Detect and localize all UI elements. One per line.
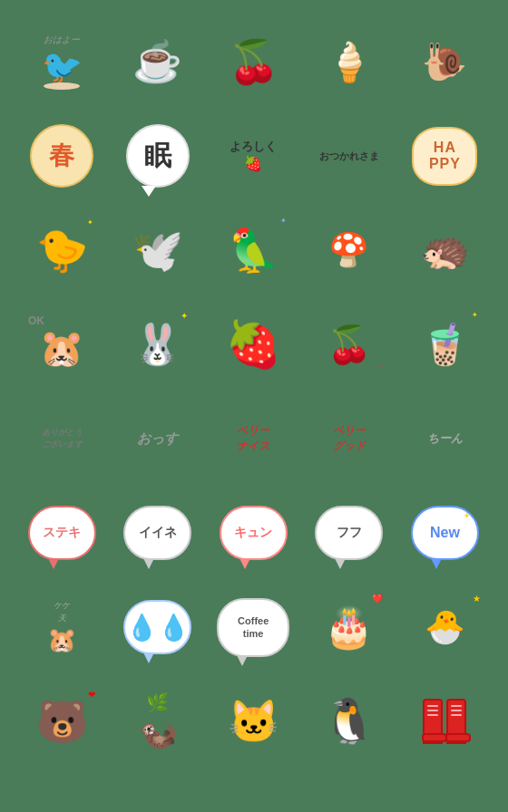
- drops-bubble: 💧💧: [123, 600, 191, 654]
- ok-label: OK: [28, 314, 44, 327]
- cherry-deco: ~: [377, 362, 383, 372]
- sticker-mole[interactable]: 🌿 🦦: [112, 676, 203, 767]
- boot-left-sole: [422, 733, 447, 742]
- sticker-spring[interactable]: 春: [16, 111, 107, 201]
- penguin-icon: 🐧: [322, 696, 376, 747]
- chiin-text: ちーん: [427, 430, 463, 447]
- sticker-bird-blue[interactable]: 🦜 ✦: [208, 205, 298, 295]
- sticker-boba[interactable]: 🧋 ✦: [399, 299, 490, 390]
- strawberry-deco: 🍓: [244, 155, 262, 172]
- sticker-strawberry-big[interactable]: 🍓: [208, 299, 298, 390]
- sticker-cake[interactable]: 🎂 ❤️: [304, 582, 395, 672]
- sticker-sleep[interactable]: 眠: [112, 111, 203, 201]
- sparkle-boba-icon: ✦: [472, 311, 478, 319]
- snail-icon: 🐌: [422, 41, 467, 83]
- ossu-text: おっす: [137, 430, 178, 448]
- yellow-bird-icon: 🐤: [36, 226, 88, 275]
- coffee-time-text: Coffeetime: [238, 614, 269, 641]
- ground-line: [44, 82, 80, 90]
- very-nice-text: ベリーナイス: [237, 423, 269, 454]
- sticker-very-good[interactable]: ベリーグッド: [304, 393, 395, 484]
- hedgehog-icon: 🦔: [420, 227, 470, 274]
- sparkle-icon: ✦: [87, 218, 93, 227]
- sticker-bear[interactable]: 🐻 ❤: [16, 676, 107, 767]
- dot2: [427, 710, 438, 711]
- sticker-cherries[interactable]: 🍒: [208, 16, 298, 107]
- sticker-chiin[interactable]: ちーん: [399, 393, 490, 484]
- sticker-chick-drink[interactable]: 🐣 ★: [399, 582, 490, 672]
- kyun-bubble: キュン: [220, 506, 288, 560]
- sticker-arigatou[interactable]: ありがとうございます: [16, 393, 107, 484]
- sticker-ok-hamster[interactable]: OK 🐹: [16, 299, 107, 390]
- sticker-ossu[interactable]: おっす: [112, 393, 203, 484]
- frappe-icon: 🍦: [326, 40, 373, 84]
- sticker-cat-walking[interactable]: 🐱: [208, 676, 298, 767]
- new-bubble: New ✦: [411, 506, 479, 560]
- boot-left-icon: [423, 699, 443, 744]
- sticker-suteki[interactable]: ステキ: [16, 488, 107, 578]
- dot4: [451, 705, 462, 707]
- strawberry-icon: 🍓: [225, 318, 281, 371]
- sticker-otsukare[interactable]: おつかれさま: [304, 111, 395, 201]
- heart-bear-icon: ❤: [88, 690, 95, 700]
- sleep-text: 眠: [144, 138, 171, 175]
- white-bird-icon: 🕊️: [132, 226, 183, 275]
- otsukare-text: おつかれさま: [319, 150, 379, 162]
- sticker-coffee-time[interactable]: Coffeetime: [208, 582, 298, 672]
- arigatou-text: ありがとうございます: [42, 427, 83, 451]
- dot1: [427, 705, 438, 707]
- boba-icon: 🧋: [420, 321, 470, 368]
- sticker-yoroshiku[interactable]: よろしく 🍓: [208, 111, 298, 201]
- sticker-mushroom-car[interactable]: 🍄: [304, 205, 395, 295]
- teacup-icon: ☕: [132, 38, 182, 85]
- blue-bird-icon: 🦜: [228, 226, 279, 275]
- mushroom-car-icon: 🍄: [328, 231, 369, 269]
- sticker-water-drops[interactable]: 💧💧: [112, 582, 203, 672]
- sticker-fufu[interactable]: フフ: [304, 488, 395, 578]
- spring-bubble: 春: [30, 124, 93, 188]
- sticker-keketen[interactable]: ケケ天 🐹: [16, 582, 107, 672]
- sticker-very-nice[interactable]: ベリーナイス: [208, 393, 298, 484]
- iine-text: イイネ: [139, 525, 177, 541]
- chick-drink-icon: 🐣: [425, 608, 465, 646]
- cherries-small-icon: 🍒: [327, 324, 372, 366]
- fufu-bubble: フフ: [315, 506, 383, 560]
- sticker-bird-greeting[interactable]: おはよー 🐦: [16, 16, 107, 107]
- cherries-icon: 🍒: [228, 37, 279, 86]
- sticker-penguin[interactable]: 🐧: [304, 676, 395, 767]
- sticker-red-boots[interactable]: [399, 676, 490, 767]
- sticker-snail-roll[interactable]: 🐌: [399, 16, 490, 107]
- heart-deco-icon: ❤️: [372, 594, 383, 604]
- sticker-new[interactable]: New ✦: [399, 488, 490, 578]
- bird-icon: 🐦: [42, 48, 83, 86]
- sticker-bunny[interactable]: 🐰 ✦: [112, 299, 203, 390]
- suteki-bubble: ステキ: [28, 506, 96, 560]
- keketen-text: ケケ天: [54, 600, 70, 624]
- sticker-bird-yellow[interactable]: 🐤 ✦: [16, 205, 107, 295]
- dot5: [451, 710, 462, 711]
- bear-icon: 🐻: [36, 697, 88, 746]
- sticker-frappe[interactable]: 🍦: [304, 16, 395, 107]
- iine-bubble: イイネ: [123, 506, 191, 560]
- spring-text: 春: [49, 139, 74, 173]
- sticker-bird-white[interactable]: 🕊️: [112, 205, 203, 295]
- new-text: New: [430, 525, 460, 541]
- boot-dots-right: [451, 705, 462, 716]
- sparkle-bunny-icon: ✦: [181, 311, 188, 321]
- sticker-teacup[interactable]: ☕: [112, 16, 203, 107]
- sparkle-new-icon: ✦: [464, 512, 470, 520]
- sticker-kyun[interactable]: キュン: [208, 488, 298, 578]
- sticker-cherries-small[interactable]: 🍒 ~: [304, 299, 395, 390]
- hamster-icon: 🐹: [39, 327, 84, 370]
- boot-right-sole: [445, 733, 471, 742]
- mole-icon: 🦦: [139, 715, 177, 751]
- sticker-happy[interactable]: HAPPY: [399, 111, 490, 201]
- star-deco-icon: ★: [473, 594, 481, 604]
- cake-icon: 🎂: [324, 604, 374, 651]
- sticker-hedgehog[interactable]: 🦔: [399, 205, 490, 295]
- boot-dots-left: [427, 705, 438, 716]
- bubble-tail-drops: [143, 652, 154, 663]
- red-boots-container: [423, 699, 466, 744]
- suteki-text: ステキ: [43, 525, 81, 541]
- sticker-iine[interactable]: イイネ: [112, 488, 203, 578]
